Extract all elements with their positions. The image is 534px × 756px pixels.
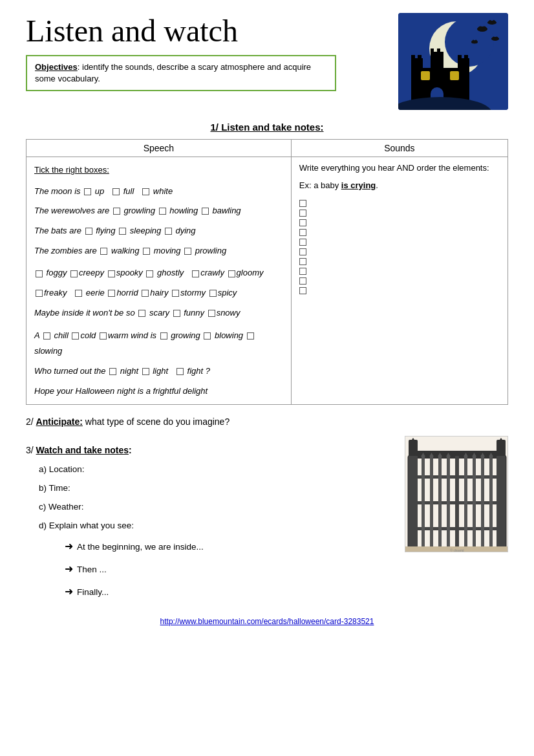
sound-cb-7[interactable] bbox=[299, 258, 306, 265]
checkbox-7b[interactable] bbox=[173, 310, 180, 317]
col-speech-header: Speech bbox=[27, 140, 292, 157]
sound-cb-6[interactable] bbox=[299, 248, 306, 255]
svg-rect-12 bbox=[437, 49, 440, 54]
footer-link[interactable]: http://www.bluemountain.com/ecards/hallo… bbox=[26, 617, 508, 626]
checkbox-8a[interactable] bbox=[43, 332, 50, 340]
sound-item-9 bbox=[299, 277, 500, 285]
speech-line-2: The werewolves are growling howling bawl… bbox=[34, 203, 283, 219]
sound-cb-10[interactable] bbox=[299, 287, 306, 294]
sound-item-10 bbox=[299, 287, 500, 294]
sub-item-3: ➜ Finally... bbox=[65, 581, 392, 602]
tick-label: Tick the right boxes: bbox=[34, 165, 109, 175]
speech-cell: Tick the right boxes: The moon is up ful… bbox=[27, 157, 292, 405]
checkbox-9a[interactable] bbox=[109, 368, 116, 375]
watch-item-a-label: Location: bbox=[49, 464, 85, 474]
svg-rect-44 bbox=[447, 456, 450, 550]
sound-item-5 bbox=[299, 239, 500, 246]
arrow-icon-3: ➜ bbox=[65, 581, 73, 602]
checkbox-5e[interactable] bbox=[192, 270, 199, 277]
checkbox-8c[interactable] bbox=[100, 332, 107, 340]
speech-content: Tick the right boxes: The moon is up ful… bbox=[34, 162, 283, 399]
svg-rect-42 bbox=[430, 456, 433, 550]
sounds-example: Ex: a baby is crying. bbox=[299, 178, 500, 193]
sound-cb-9[interactable] bbox=[299, 277, 306, 285]
speech-line-1: The moon is up full white bbox=[34, 184, 283, 200]
watch-item-c-letter: c) bbox=[39, 502, 48, 512]
checkbox-3a[interactable] bbox=[85, 228, 92, 235]
checkbox-9c[interactable] bbox=[176, 368, 184, 375]
speech-line-4: The zombies are walking moving prowling bbox=[34, 243, 283, 259]
speech-line-10: Hope your Halloween night is a frightful… bbox=[34, 383, 283, 400]
speech-line-6: freaky eerie horrid hairy stormy spicy bbox=[34, 285, 283, 301]
svg-rect-26 bbox=[497, 440, 506, 456]
watch-item-d: d) Explain what you see: ➜ At the beginn… bbox=[39, 517, 392, 602]
main-table: Speech Sounds Tick the right boxes: The … bbox=[26, 139, 508, 405]
watch-item-a-letter: a) bbox=[39, 464, 49, 474]
checkbox-1b[interactable] bbox=[112, 188, 120, 195]
checkbox-6d[interactable] bbox=[142, 290, 149, 297]
checkbox-7a[interactable] bbox=[138, 310, 145, 317]
checkbox-8b[interactable] bbox=[72, 332, 79, 340]
sound-item-7 bbox=[299, 258, 500, 265]
checkbox-6a[interactable] bbox=[36, 290, 43, 297]
col-sounds-header: Sounds bbox=[291, 140, 507, 157]
checkbox-4c[interactable] bbox=[184, 248, 191, 255]
sub-items-list: ➜ At the beginning, we are inside... ➜ T… bbox=[39, 536, 392, 602]
checkbox-8e[interactable] bbox=[204, 332, 211, 340]
sounds-instruction: Write everything you hear AND order the … bbox=[299, 162, 500, 174]
svg-rect-24 bbox=[409, 440, 418, 456]
sounds-cell: Write everything you hear AND order the … bbox=[291, 157, 507, 405]
watch-item-b-label: Time: bbox=[49, 483, 70, 493]
sound-cb-3[interactable] bbox=[299, 219, 306, 226]
sound-item-8 bbox=[299, 268, 500, 275]
checkbox-3b[interactable] bbox=[119, 228, 126, 235]
checkbox-1c[interactable] bbox=[142, 188, 149, 195]
checkbox-6b[interactable] bbox=[75, 290, 82, 297]
checkbox-3c[interactable] bbox=[165, 228, 172, 235]
speech-line-8: A chill cold warm wind is growing blowin… bbox=[34, 328, 283, 360]
checkbox-2c[interactable] bbox=[202, 208, 209, 215]
svg-rect-50 bbox=[473, 456, 476, 550]
checkbox-8f[interactable] bbox=[247, 332, 254, 340]
checkbox-5a[interactable] bbox=[36, 270, 43, 277]
checkbox-6f[interactable] bbox=[209, 290, 217, 297]
checkbox-6e[interactable] bbox=[172, 290, 179, 297]
sound-cb-1[interactable] bbox=[299, 200, 306, 207]
sound-cb-2[interactable] bbox=[299, 210, 306, 217]
watch-item-c-label: Weather: bbox=[48, 502, 84, 512]
svg-rect-11 bbox=[431, 49, 434, 54]
watch-content: 3/ Watch and take notes: a) Location: b)… bbox=[26, 436, 392, 604]
checkbox-7c[interactable] bbox=[208, 310, 215, 317]
main-title: Listen and watch bbox=[26, 13, 385, 49]
checkbox-9b[interactable] bbox=[142, 368, 149, 375]
checkbox-2b[interactable] bbox=[159, 208, 166, 215]
sound-item-6 bbox=[299, 248, 500, 255]
checkbox-4b[interactable] bbox=[143, 248, 150, 255]
sounds-instruction-text: Write everything you hear AND order the … bbox=[299, 163, 489, 173]
anticipate-section: 2/ Anticipate: what type of scene do you… bbox=[26, 416, 508, 427]
checkbox-5f[interactable] bbox=[228, 270, 235, 277]
speech-line-9: Who turned out the night light fight ? bbox=[34, 363, 283, 380]
svg-rect-9 bbox=[458, 55, 462, 61]
checkbox-4a[interactable] bbox=[100, 248, 107, 255]
watch-item-b-letter: b) bbox=[39, 483, 49, 493]
checkbox-6c[interactable] bbox=[108, 290, 115, 297]
sound-cb-4[interactable] bbox=[299, 229, 306, 236]
watch-item-c: c) Weather: bbox=[39, 498, 392, 515]
checkbox-2a[interactable] bbox=[113, 208, 120, 215]
gate-image: © clipartd bbox=[405, 436, 508, 552]
section3-num: 3/ bbox=[26, 445, 36, 455]
sound-cb-8[interactable] bbox=[299, 268, 306, 275]
sub-item-1: ➜ At the beginning, we are inside... bbox=[65, 536, 392, 557]
anticipate-rest: what type of scene do you imagine? bbox=[83, 416, 230, 427]
sub-item-1-text: At the beginning, we are inside... bbox=[77, 538, 204, 556]
checkbox-5d[interactable] bbox=[146, 270, 153, 277]
checkbox-1a[interactable] bbox=[84, 188, 91, 195]
speech-line-3: The bats are flying sleeping dying bbox=[34, 223, 283, 239]
watch-items-list: a) Location: b) Time: c) Weather: d) Exp… bbox=[26, 460, 392, 602]
sound-cb-5[interactable] bbox=[299, 239, 306, 246]
checkbox-5b[interactable] bbox=[70, 270, 78, 277]
checkbox-8d[interactable] bbox=[160, 332, 167, 340]
checkbox-5c[interactable] bbox=[108, 270, 115, 277]
svg-rect-49 bbox=[464, 456, 467, 550]
